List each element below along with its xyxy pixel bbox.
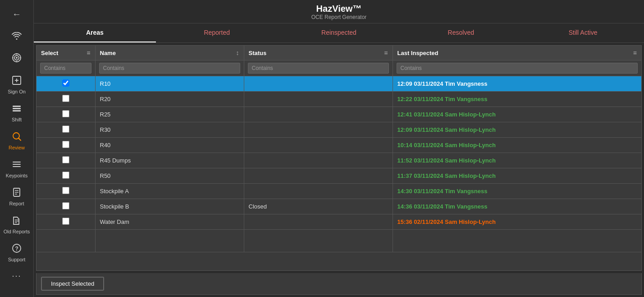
table-header-row: Select ≡ Name ↕ Status ≡ <box>37 46 641 60</box>
table-cell-last-inspected: 12:22 03/11/2024 Tim Vangsness <box>393 92 641 107</box>
review-icon <box>12 131 22 144</box>
row-checkbox[interactable] <box>62 79 69 87</box>
table-cell-status <box>244 122 393 138</box>
th-name[interactable]: Name ↕ <box>95 46 244 60</box>
th-name-menu-icon[interactable]: ↕ <box>236 49 239 56</box>
filter-status-cell <box>244 60 393 76</box>
filter-last-inspected-cell <box>393 60 641 76</box>
table-cell-name: Stockpile A <box>95 184 244 199</box>
sidebar-label-review: Review <box>9 145 25 150</box>
table-cell-status <box>244 138 393 153</box>
sidebar-item-review[interactable]: Review <box>0 127 33 155</box>
table-row: Stockpile A14:30 03/11/2024 Tim Vangsnes… <box>37 184 641 199</box>
row-checkbox[interactable] <box>62 110 69 117</box>
table-cell-empty <box>393 230 641 252</box>
row-checkbox[interactable] <box>62 141 69 148</box>
sidebar-item-target[interactable] <box>0 48 33 71</box>
table-cell-select <box>37 184 95 199</box>
inspect-selected-button[interactable]: Inspect Selected <box>41 277 104 291</box>
svg-rect-12 <box>13 110 21 111</box>
sidebar-label-support: Support <box>8 257 26 262</box>
table-cell-last-inspected: 12:09 03/11/2024 Tim Vangsness <box>393 76 641 92</box>
sidebar-item-keypoints[interactable]: Keypoints <box>0 155 33 183</box>
table-cell-status <box>244 92 393 107</box>
th-last-inspected[interactable]: Last Inspected ≡ <box>393 46 641 60</box>
table-cell-status: Closed <box>244 199 393 214</box>
filter-select-cell <box>37 60 95 76</box>
table-cell-select <box>37 122 95 138</box>
sidebar-label-old-reports: Old Reports <box>4 229 30 234</box>
th-select-menu-icon[interactable]: ≡ <box>87 49 90 56</box>
svg-rect-11 <box>13 108 21 109</box>
sidebar-label-report: Report <box>9 201 24 206</box>
filter-name-input[interactable] <box>99 63 240 74</box>
app-subtitle: OCE Report Generator <box>34 14 644 20</box>
support-icon: ? <box>12 243 22 255</box>
sidebar-item-sign-on[interactable]: Sign On <box>0 71 33 99</box>
sidebar-item-report[interactable]: Report <box>0 183 33 211</box>
filter-status-input[interactable] <box>248 63 389 74</box>
table-cell-status <box>244 76 393 92</box>
tab-still-active[interactable]: Still Active <box>522 23 644 42</box>
table-row: R1012:09 03/11/2024 Tim Vangsness <box>37 76 641 92</box>
more-icon: ··· <box>12 271 21 281</box>
table-cell-status <box>244 214 393 230</box>
sidebar-item-back[interactable]: ← <box>0 5 33 25</box>
th-select[interactable]: Select ≡ <box>37 46 95 60</box>
row-checkbox[interactable] <box>62 187 69 194</box>
tab-reported[interactable]: Reported <box>156 23 278 42</box>
tab-reinspected[interactable]: Reinspected <box>278 23 400 42</box>
sidebar-label-sign-on: Sign On <box>8 89 26 94</box>
table-cell-last-inspected: 14:30 03/11/2024 Tim Vangsness <box>393 184 641 199</box>
sidebar-item-shift[interactable]: Shift <box>0 99 33 127</box>
sidebar-item-wifi[interactable] <box>0 28 33 48</box>
sidebar: ← <box>0 0 34 297</box>
table-cell-last-inspected: 10:14 03/11/2024 Sam Hislop-Lynch <box>393 138 641 153</box>
svg-point-2 <box>16 57 18 59</box>
table-cell-name: R30 <box>95 122 244 138</box>
tab-resolved[interactable]: Resolved <box>400 23 522 42</box>
table-row: R2012:22 03/11/2024 Tim Vangsness <box>37 92 641 107</box>
th-last-inspected-menu-icon[interactable]: ≡ <box>633 49 637 56</box>
table-cell-name: R45 Dumps <box>95 153 244 168</box>
th-status[interactable]: Status ≡ <box>244 46 393 60</box>
sign-on-icon <box>12 75 22 88</box>
table-row: R3012:09 03/11/2024 Sam Hislop-Lynch <box>37 122 641 138</box>
table-cell-select <box>37 92 95 107</box>
table-cell-status <box>244 107 393 122</box>
table-body: R1012:09 03/11/2024 Tim VangsnessR2012:2… <box>37 76 641 252</box>
table-cell-status <box>244 184 393 199</box>
sidebar-item-more[interactable]: ··· <box>0 267 33 287</box>
filter-name-cell <box>95 60 244 76</box>
old-reports-icon <box>12 215 22 227</box>
table-cell-last-inspected: 12:41 03/11/2024 Sam Hislop-Lynch <box>393 107 641 122</box>
sidebar-label-keypoints: Keypoints <box>6 173 27 178</box>
table-cell-last-inspected: 15:36 02/11/2024 Sam Hislop-Lynch <box>393 214 641 230</box>
table-cell-select <box>37 76 95 92</box>
filter-last-inspected-input[interactable] <box>397 63 638 74</box>
row-checkbox[interactable] <box>62 125 69 133</box>
table-cell-select <box>37 168 95 184</box>
table-row-empty <box>37 230 641 252</box>
th-status-menu-icon[interactable]: ≡ <box>384 49 388 56</box>
app-title: HazView™ <box>34 4 644 14</box>
sidebar-item-support[interactable]: ? Support <box>0 239 33 267</box>
table-cell-empty <box>244 230 393 252</box>
sidebar-label-shift: Shift <box>12 117 22 122</box>
table-row: R4010:14 03/11/2024 Sam Hislop-Lynch <box>37 138 641 153</box>
row-checkbox[interactable] <box>62 172 69 179</box>
shift-icon <box>12 103 22 116</box>
target-icon <box>12 53 22 65</box>
row-checkbox[interactable] <box>62 218 69 225</box>
filter-select-input[interactable] <box>40 63 91 74</box>
row-checkbox[interactable] <box>62 202 69 209</box>
table-cell-name: R25 <box>95 107 244 122</box>
table-cell-name: Water Dam <box>95 214 244 230</box>
table-cell-select <box>37 138 95 153</box>
tab-areas[interactable]: Areas <box>34 23 156 42</box>
areas-table: Select ≡ Name ↕ Status ≡ <box>37 46 641 252</box>
sidebar-item-old-reports[interactable]: Old Reports <box>0 211 33 239</box>
row-checkbox[interactable] <box>62 95 69 102</box>
row-checkbox[interactable] <box>62 156 69 163</box>
keypoints-icon <box>12 159 22 172</box>
